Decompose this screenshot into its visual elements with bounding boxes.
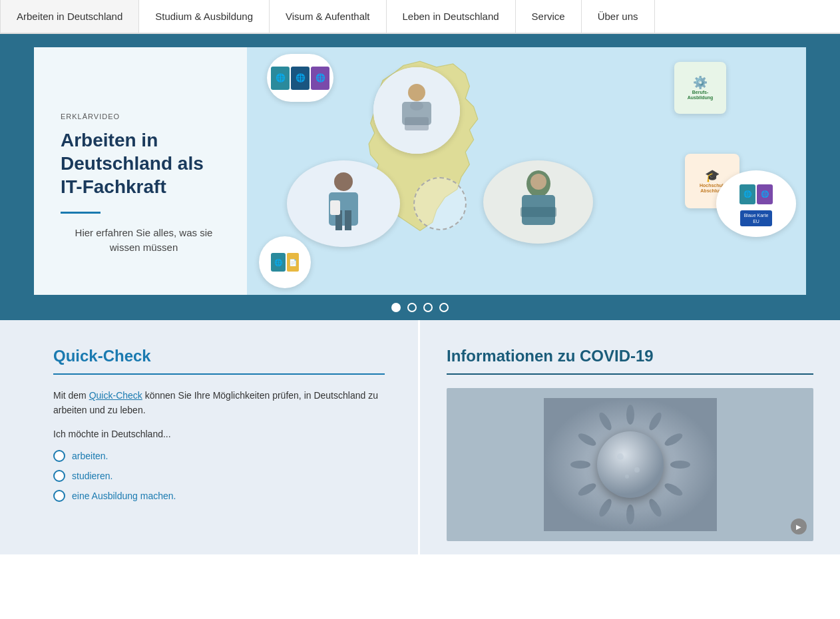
blue-karte-stack: 🌐 🌐 Blaue KarteEU xyxy=(736,181,776,226)
main-content: Quick-Check Mit dem Quick-Check können S… xyxy=(0,320,840,554)
radio-circle-arbeiten xyxy=(53,450,65,462)
bubble-person-right xyxy=(483,160,593,244)
nav-ueber-uns[interactable]: Über uns xyxy=(582,0,655,33)
svg-rect-2 xyxy=(405,117,429,130)
svg-point-0 xyxy=(408,84,425,101)
center-circle xyxy=(413,177,467,230)
main-navigation: Arbeiten in Deutschland Studium & Ausbil… xyxy=(0,0,840,34)
bubble-passport-bottom-left: 🌐 📄 xyxy=(259,236,311,288)
hero-card: ERKLÄRVIDEO Arbeiten in Deutschland als … xyxy=(34,47,806,307)
person-top-illustration xyxy=(373,67,460,154)
passport-stack-top: 🌐 🌐 🌐 xyxy=(268,63,333,93)
nav-visum[interactable]: Visum & Aufenthalt xyxy=(270,0,386,33)
bubble-person-top xyxy=(373,67,460,154)
virus-illustration xyxy=(544,398,717,531)
quick-check-prompt: Ich möchte in Deutschland... xyxy=(53,429,385,439)
passport-teal: 🌐 xyxy=(271,67,290,90)
svg-point-28 xyxy=(634,467,640,473)
slide-dot-4[interactable] xyxy=(439,303,449,312)
svg-point-3 xyxy=(410,101,423,110)
svg-point-20 xyxy=(626,505,634,524)
nav-service[interactable]: Service xyxy=(516,0,582,33)
bubble-person-left xyxy=(287,160,400,247)
radio-circle-studieren xyxy=(53,470,65,482)
svg-point-23 xyxy=(570,461,590,469)
radio-label-ausbildung: eine Ausbildung machen. xyxy=(72,491,176,501)
radio-studieren[interactable]: studieren. xyxy=(53,470,385,482)
hero-section: ERKLÄRVIDEO Arbeiten in Deutschland als … xyxy=(0,34,840,320)
hero-title-underline xyxy=(61,212,101,214)
svg-point-29 xyxy=(625,475,629,479)
svg-point-14 xyxy=(626,405,634,425)
quick-check-description: Mit dem Quick-Check können Sie Ihre Mögl… xyxy=(53,388,385,418)
svg-point-4 xyxy=(334,172,353,191)
quick-check-title: Quick-Check xyxy=(53,347,385,365)
passport-bottom-stack: 🌐 📄 xyxy=(268,250,302,275)
berufsausbildung-card: ⚙️ Berufs-Ausbildung xyxy=(685,73,716,104)
slide-dot-2[interactable] xyxy=(407,303,417,312)
passport-bot-teal: 🌐 xyxy=(271,253,286,272)
radio-label-arbeiten: arbeiten. xyxy=(72,451,108,461)
radio-label-studieren: studieren. xyxy=(72,471,112,481)
passport-purple: 🌐 xyxy=(311,67,329,90)
nav-studium[interactable]: Studium & Ausbildung xyxy=(139,0,270,33)
covid-image[interactable]: ▶ xyxy=(447,388,813,541)
quick-check-link[interactable]: Quick-Check xyxy=(89,390,142,401)
hero-illustration: 🌐 🌐 🌐 xyxy=(247,47,806,307)
slide-dot-1[interactable] xyxy=(391,303,401,312)
hero-eyebrow: ERKLÄRVIDEO xyxy=(61,112,227,120)
slider-dots xyxy=(0,295,840,320)
quick-check-divider xyxy=(53,373,385,375)
passport-right-teal: 🌐 xyxy=(739,184,755,204)
covid-divider xyxy=(447,373,813,375)
blaue-karte-label: Blaue KarteEU xyxy=(740,210,773,226)
radio-ausbildung[interactable]: eine Ausbildung machen. xyxy=(53,490,385,502)
passport-right-purple: 🌐 xyxy=(757,184,773,204)
covid-video-play-button[interactable]: ▶ xyxy=(791,518,807,534)
bubble-berufsausbildung: ⚙️ Berufs-Ausbildung xyxy=(674,62,726,114)
play-icon: ▶ xyxy=(796,523,801,530)
svg-point-10 xyxy=(530,174,546,190)
passport-blue: 🌐 xyxy=(291,67,310,90)
svg-rect-7 xyxy=(345,210,351,230)
hero-text-panel: ERKLÄRVIDEO Arbeiten in Deutschland als … xyxy=(34,47,247,307)
radio-arbeiten[interactable]: arbeiten. xyxy=(53,450,385,462)
passport-bot-gold: 📄 xyxy=(287,253,299,272)
covid-title: Informationen zu COVID-19 xyxy=(447,347,813,365)
svg-point-26 xyxy=(597,431,664,498)
svg-rect-12 xyxy=(521,207,556,217)
slide-dot-3[interactable] xyxy=(423,303,433,312)
bubble-passports-topleft: 🌐 🌐 🌐 xyxy=(267,54,333,102)
radio-circle-ausbildung xyxy=(53,490,65,502)
nav-arbeiten[interactable]: Arbeiten in Deutschland xyxy=(0,0,139,33)
hero-title: Arbeiten in Deutschland als IT-Fachkraft xyxy=(61,128,227,198)
quick-check-panel: Quick-Check Mit dem Quick-Check können S… xyxy=(0,320,420,554)
bubble-passports-right: 🌐 🌐 Blaue KarteEU xyxy=(716,170,796,237)
hero-subtitle: Hier erfahren Sie alles, was sie wissen … xyxy=(61,226,227,256)
covid-section: Informationen zu COVID-19 xyxy=(420,320,840,554)
svg-point-27 xyxy=(617,453,624,460)
svg-rect-8 xyxy=(330,200,340,215)
nav-leben[interactable]: Leben in Deutschland xyxy=(387,0,516,33)
svg-point-17 xyxy=(670,461,690,469)
